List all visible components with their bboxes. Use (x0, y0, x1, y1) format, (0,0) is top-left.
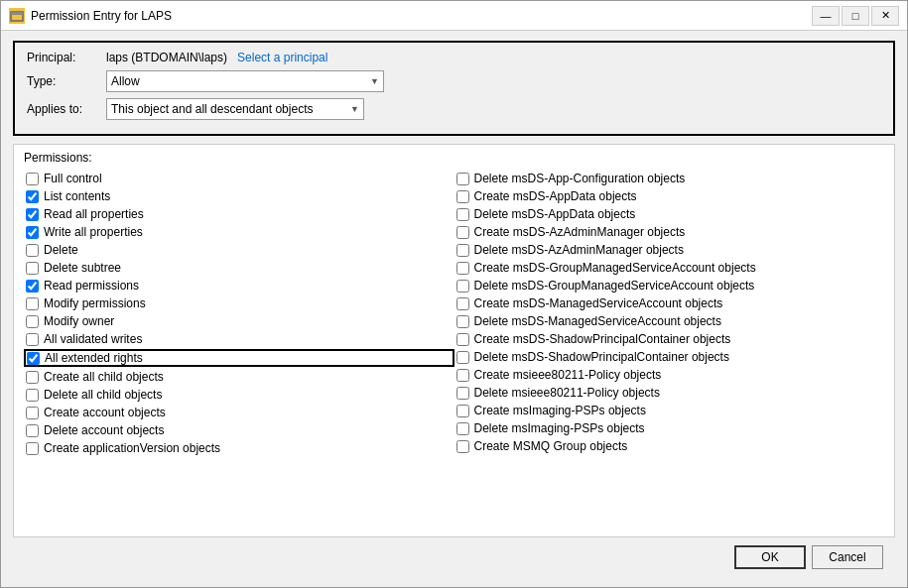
delete-subtree-checkbox[interactable] (26, 262, 39, 275)
list-item[interactable]: Modify owner (24, 313, 454, 329)
read-perms-checkbox[interactable] (26, 280, 39, 293)
list-item[interactable]: Delete subtree (24, 260, 454, 276)
select-principal-link[interactable]: Select a principal (237, 51, 327, 64)
r16-checkbox[interactable] (456, 440, 469, 453)
list-item[interactable]: List contents (24, 188, 454, 204)
list-item[interactable]: Write all properties (24, 224, 454, 240)
window-title: Permission Entry for LAPS (31, 9, 812, 23)
all-validated-writes-checkbox[interactable] (26, 333, 39, 346)
r14-checkbox[interactable] (456, 405, 469, 417)
r8-label: Create msDS-ManagedServiceAccount object… (474, 296, 723, 310)
create-all-child-checkbox[interactable] (26, 371, 39, 384)
create-account-label: Create account objects (44, 406, 166, 419)
list-item[interactable]: Delete (24, 242, 454, 258)
maximize-button[interactable]: □ (842, 6, 869, 26)
list-item[interactable]: Delete msDS-ManagedServiceAccount object… (454, 313, 885, 329)
list-item[interactable]: Create msDS-AppData objects (454, 188, 885, 204)
r5-checkbox[interactable] (456, 244, 469, 257)
list-item[interactable]: Delete account objects (24, 422, 454, 438)
list-item[interactable]: Create msieee80211-Policy objects (454, 367, 885, 383)
list-item[interactable]: Delete msieee80211-Policy objects (454, 385, 885, 401)
r15-label: Delete msImaging-PSPs objects (474, 421, 645, 435)
all-extended-rights-label: All extended rights (45, 351, 143, 365)
list-item[interactable]: Delete msDS-App-Configuration objects (454, 171, 885, 186)
list-item[interactable]: Delete msImaging-PSPs objects (454, 420, 885, 436)
list-item[interactable]: Create msDS-AzAdminManager objects (454, 224, 885, 240)
r4-checkbox[interactable] (456, 226, 469, 239)
list-item[interactable]: Delete msDS-AppData objects (454, 206, 885, 222)
read-all-props-checkbox[interactable] (26, 208, 39, 221)
list-contents-checkbox[interactable] (26, 190, 39, 203)
list-item[interactable]: Delete msDS-AzAdminManager objects (454, 242, 885, 258)
list-item[interactable]: Create msDS-ShadowPrincipalContainer obj… (454, 331, 885, 347)
close-button[interactable]: ✕ (871, 6, 899, 26)
list-item[interactable]: Read all properties (24, 206, 454, 222)
svg-rect-1 (11, 12, 23, 15)
list-item[interactable]: Create applicationVersion objects (24, 440, 454, 456)
create-appversion-checkbox[interactable] (26, 442, 39, 455)
permissions-scroll[interactable]: Full control List contents Read all prop… (14, 167, 894, 536)
list-item[interactable]: Create msDS-GroupManagedServiceAccount o… (454, 260, 885, 276)
main-window: Permission Entry for LAPS — □ ✕ Principa… (0, 0, 908, 588)
delete-label: Delete (44, 243, 78, 257)
r8-checkbox[interactable] (456, 297, 469, 310)
r6-checkbox[interactable] (456, 262, 469, 275)
permissions-columns: Full control List contents Read all prop… (24, 171, 884, 456)
r13-checkbox[interactable] (456, 387, 469, 400)
permissions-right-column: Delete msDS-App-Configuration objects Cr… (454, 171, 885, 456)
delete-account-label: Delete account objects (44, 423, 164, 437)
r10-checkbox[interactable] (456, 333, 469, 346)
write-all-props-checkbox[interactable] (26, 226, 39, 239)
r16-label: Create MSMQ Group objects (474, 439, 628, 453)
applies-select-box[interactable]: This object and all descendant objects T… (106, 98, 364, 120)
list-item[interactable]: Read permissions (24, 278, 454, 294)
full-control-checkbox[interactable] (26, 173, 39, 185)
r15-checkbox[interactable] (456, 422, 469, 435)
list-item[interactable]: Delete msDS-GroupManagedServiceAccount o… (454, 278, 885, 294)
delete-all-child-checkbox[interactable] (26, 389, 39, 402)
title-bar: Permission Entry for LAPS — □ ✕ (1, 1, 907, 31)
ok-button[interactable]: OK (734, 545, 806, 569)
r7-checkbox[interactable] (456, 280, 469, 293)
principal-row: Principal: laps (BTDOMAIN\laps) Select a… (27, 51, 881, 64)
r6-label: Create msDS-GroupManagedServiceAccount o… (474, 261, 756, 275)
delete-subtree-label: Delete subtree (44, 261, 121, 275)
modify-perms-checkbox[interactable] (26, 297, 39, 310)
list-item[interactable]: Create account objects (24, 405, 454, 420)
type-select[interactable]: Allow Deny (111, 74, 379, 88)
title-bar-controls: — □ ✕ (812, 6, 899, 26)
list-item[interactable]: Create msDS-ManagedServiceAccount object… (454, 295, 885, 311)
list-item[interactable]: All extended rights (24, 349, 454, 367)
create-account-checkbox[interactable] (26, 407, 39, 419)
list-item[interactable]: All validated writes (24, 331, 454, 347)
list-item[interactable]: Create MSMQ Group objects (454, 438, 885, 454)
applies-select[interactable]: This object and all descendant objects T… (111, 102, 359, 116)
all-extended-rights-checkbox[interactable] (27, 352, 40, 365)
r1-checkbox[interactable] (456, 173, 469, 185)
list-item[interactable]: Create all child objects (24, 369, 454, 385)
list-item[interactable]: Modify permissions (24, 295, 454, 311)
type-select-box[interactable]: Allow Deny ▼ (106, 70, 384, 92)
type-row: Type: Allow Deny ▼ (27, 70, 881, 92)
r10-label: Create msDS-ShadowPrincipalContainer obj… (474, 332, 731, 346)
r12-checkbox[interactable] (456, 369, 469, 382)
delete-checkbox[interactable] (26, 244, 39, 257)
list-item[interactable]: Full control (24, 171, 454, 186)
r11-label: Delete msDS-ShadowPrincipalContainer obj… (474, 350, 729, 364)
cancel-button[interactable]: Cancel (812, 545, 883, 569)
modify-owner-checkbox[interactable] (26, 315, 39, 328)
r7-label: Delete msDS-GroupManagedServiceAccount o… (474, 279, 755, 293)
r9-checkbox[interactable] (456, 315, 469, 328)
r3-label: Delete msDS-AppData objects (474, 207, 636, 221)
list-item[interactable]: Delete all child objects (24, 387, 454, 403)
r2-checkbox[interactable] (456, 190, 469, 203)
delete-account-checkbox[interactable] (26, 424, 39, 437)
principal-value: laps (BTDOMAIN\laps) (106, 51, 227, 64)
minimize-button[interactable]: — (812, 6, 840, 26)
r3-checkbox[interactable] (456, 208, 469, 221)
r11-checkbox[interactable] (456, 351, 469, 364)
list-item[interactable]: Create msImaging-PSPs objects (454, 403, 885, 418)
modify-owner-label: Modify owner (44, 314, 114, 328)
read-all-props-label: Read all properties (44, 207, 144, 221)
list-item[interactable]: Delete msDS-ShadowPrincipalContainer obj… (454, 349, 885, 365)
